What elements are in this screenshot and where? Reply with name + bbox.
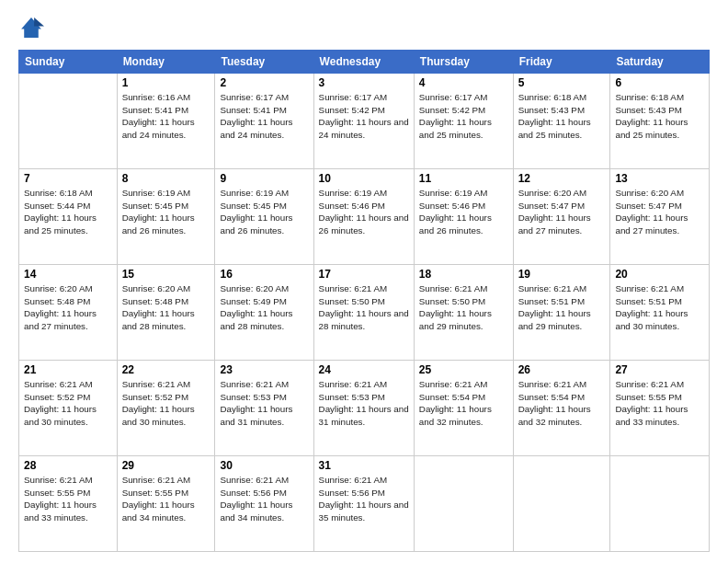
calendar-cell: 15Sunrise: 6:20 AMSunset: 5:48 PMDayligh… <box>117 265 215 361</box>
day-number: 16 <box>220 268 308 281</box>
day-number: 24 <box>319 363 409 376</box>
calendar-cell: 9Sunrise: 6:19 AMSunset: 5:45 PMDaylight… <box>215 169 313 265</box>
day-info: Sunrise: 6:21 AMSunset: 5:54 PMDaylight:… <box>419 378 508 429</box>
day-number: 23 <box>220 363 308 376</box>
day-info: Sunrise: 6:21 AMSunset: 5:56 PMDaylight:… <box>220 474 308 524</box>
calendar-cell: 23Sunrise: 6:21 AMSunset: 5:53 PMDayligh… <box>215 361 313 456</box>
day-number: 6 <box>615 76 704 89</box>
calendar-cell: 30Sunrise: 6:21 AMSunset: 5:56 PMDayligh… <box>215 456 313 552</box>
day-number: 5 <box>518 76 606 89</box>
day-number: 12 <box>518 172 606 185</box>
calendar-cell: 7Sunrise: 6:18 AMSunset: 5:44 PMDaylight… <box>19 169 118 265</box>
day-header-friday: Friday <box>513 51 610 74</box>
day-number: 14 <box>24 268 112 281</box>
header <box>18 15 710 40</box>
calendar-cell: 11Sunrise: 6:19 AMSunset: 5:46 PMDayligh… <box>414 169 513 265</box>
svg-marker-1 <box>34 17 44 26</box>
day-number: 8 <box>122 172 210 185</box>
calendar-week-2: 7Sunrise: 6:18 AMSunset: 5:44 PMDaylight… <box>19 169 710 265</box>
logo <box>18 15 48 40</box>
day-info: Sunrise: 6:19 AMSunset: 5:46 PMDaylight:… <box>319 187 409 237</box>
calendar-cell: 12Sunrise: 6:20 AMSunset: 5:47 PMDayligh… <box>513 169 610 265</box>
calendar-cell: 14Sunrise: 6:20 AMSunset: 5:48 PMDayligh… <box>19 265 118 361</box>
day-info: Sunrise: 6:21 AMSunset: 5:51 PMDaylight:… <box>615 282 704 333</box>
day-number: 2 <box>220 76 308 89</box>
day-info: Sunrise: 6:20 AMSunset: 5:47 PMDaylight:… <box>615 187 704 237</box>
day-header-sunday: Sunday <box>19 51 118 74</box>
day-info: Sunrise: 6:21 AMSunset: 5:53 PMDaylight:… <box>319 378 409 429</box>
day-number: 17 <box>319 268 409 281</box>
day-number: 30 <box>220 459 308 472</box>
day-info: Sunrise: 6:17 AMSunset: 5:42 PMDaylight:… <box>319 91 409 142</box>
day-info: Sunrise: 6:21 AMSunset: 5:55 PMDaylight:… <box>24 474 112 524</box>
day-info: Sunrise: 6:20 AMSunset: 5:48 PMDaylight:… <box>122 282 210 333</box>
day-number: 10 <box>319 172 409 185</box>
day-info: Sunrise: 6:20 AMSunset: 5:47 PMDaylight:… <box>518 187 606 237</box>
day-header-saturday: Saturday <box>610 51 710 74</box>
calendar-cell: 10Sunrise: 6:19 AMSunset: 5:46 PMDayligh… <box>313 169 414 265</box>
day-number: 22 <box>122 363 210 376</box>
day-info: Sunrise: 6:19 AMSunset: 5:45 PMDaylight:… <box>122 187 210 237</box>
day-number: 31 <box>319 459 409 472</box>
calendar-cell <box>414 456 513 552</box>
day-header-wednesday: Wednesday <box>313 51 414 74</box>
calendar-week-4: 21Sunrise: 6:21 AMSunset: 5:52 PMDayligh… <box>19 361 710 456</box>
calendar-cell: 20Sunrise: 6:21 AMSunset: 5:51 PMDayligh… <box>610 265 710 361</box>
calendar-week-5: 28Sunrise: 6:21 AMSunset: 5:55 PMDayligh… <box>19 456 710 552</box>
calendar-header-row: SundayMondayTuesdayWednesdayThursdayFrid… <box>19 51 710 74</box>
day-info: Sunrise: 6:21 AMSunset: 5:51 PMDaylight:… <box>518 282 606 333</box>
calendar-cell: 31Sunrise: 6:21 AMSunset: 5:56 PMDayligh… <box>313 456 414 552</box>
day-info: Sunrise: 6:18 AMSunset: 5:43 PMDaylight:… <box>518 91 606 142</box>
calendar-cell: 28Sunrise: 6:21 AMSunset: 5:55 PMDayligh… <box>19 456 118 552</box>
day-number: 1 <box>122 76 210 89</box>
page: SundayMondayTuesdayWednesdayThursdayFrid… <box>0 0 728 563</box>
calendar-cell <box>610 456 710 552</box>
day-number: 21 <box>24 363 112 376</box>
calendar-cell: 26Sunrise: 6:21 AMSunset: 5:54 PMDayligh… <box>513 361 610 456</box>
calendar-week-1: 1Sunrise: 6:16 AMSunset: 5:41 PMDaylight… <box>19 74 710 169</box>
day-info: Sunrise: 6:21 AMSunset: 5:52 PMDaylight:… <box>24 378 112 429</box>
day-number: 26 <box>518 363 606 376</box>
day-info: Sunrise: 6:18 AMSunset: 5:43 PMDaylight:… <box>615 91 704 142</box>
day-info: Sunrise: 6:19 AMSunset: 5:46 PMDaylight:… <box>419 187 508 237</box>
calendar-table: SundayMondayTuesdayWednesdayThursdayFrid… <box>18 50 710 552</box>
day-number: 27 <box>615 363 704 376</box>
day-number: 15 <box>122 268 210 281</box>
calendar-cell: 29Sunrise: 6:21 AMSunset: 5:55 PMDayligh… <box>117 456 215 552</box>
day-info: Sunrise: 6:21 AMSunset: 5:50 PMDaylight:… <box>319 282 409 333</box>
calendar-cell: 13Sunrise: 6:20 AMSunset: 5:47 PMDayligh… <box>610 169 710 265</box>
calendar-cell: 21Sunrise: 6:21 AMSunset: 5:52 PMDayligh… <box>19 361 118 456</box>
day-info: Sunrise: 6:16 AMSunset: 5:41 PMDaylight:… <box>122 91 210 142</box>
day-info: Sunrise: 6:18 AMSunset: 5:44 PMDaylight:… <box>24 187 112 237</box>
calendar-cell: 1Sunrise: 6:16 AMSunset: 5:41 PMDaylight… <box>117 74 215 169</box>
day-info: Sunrise: 6:17 AMSunset: 5:41 PMDaylight:… <box>220 91 308 142</box>
calendar-week-3: 14Sunrise: 6:20 AMSunset: 5:48 PMDayligh… <box>19 265 710 361</box>
calendar-cell: 8Sunrise: 6:19 AMSunset: 5:45 PMDaylight… <box>117 169 215 265</box>
day-info: Sunrise: 6:21 AMSunset: 5:54 PMDaylight:… <box>518 378 606 429</box>
calendar-cell: 27Sunrise: 6:21 AMSunset: 5:55 PMDayligh… <box>610 361 710 456</box>
day-number: 11 <box>419 172 508 185</box>
day-number: 25 <box>419 363 508 376</box>
day-info: Sunrise: 6:21 AMSunset: 5:56 PMDaylight:… <box>319 474 409 524</box>
day-number: 29 <box>122 459 210 472</box>
day-number: 19 <box>518 268 606 281</box>
calendar-cell: 3Sunrise: 6:17 AMSunset: 5:42 PMDaylight… <box>313 74 414 169</box>
calendar-cell <box>513 456 610 552</box>
calendar-cell: 19Sunrise: 6:21 AMSunset: 5:51 PMDayligh… <box>513 265 610 361</box>
calendar-cell: 4Sunrise: 6:17 AMSunset: 5:42 PMDaylight… <box>414 74 513 169</box>
day-number: 20 <box>615 268 704 281</box>
day-header-tuesday: Tuesday <box>215 51 313 74</box>
day-info: Sunrise: 6:21 AMSunset: 5:55 PMDaylight:… <box>615 378 704 429</box>
day-info: Sunrise: 6:21 AMSunset: 5:55 PMDaylight:… <box>122 474 210 524</box>
calendar-cell: 22Sunrise: 6:21 AMSunset: 5:52 PMDayligh… <box>117 361 215 456</box>
calendar-cell: 6Sunrise: 6:18 AMSunset: 5:43 PMDaylight… <box>610 74 710 169</box>
svg-marker-0 <box>21 17 41 38</box>
day-info: Sunrise: 6:17 AMSunset: 5:42 PMDaylight:… <box>419 91 508 142</box>
calendar-cell: 24Sunrise: 6:21 AMSunset: 5:53 PMDayligh… <box>313 361 414 456</box>
calendar-cell: 25Sunrise: 6:21 AMSunset: 5:54 PMDayligh… <box>414 361 513 456</box>
day-info: Sunrise: 6:21 AMSunset: 5:52 PMDaylight:… <box>122 378 210 429</box>
calendar-cell: 17Sunrise: 6:21 AMSunset: 5:50 PMDayligh… <box>313 265 414 361</box>
day-info: Sunrise: 6:20 AMSunset: 5:49 PMDaylight:… <box>220 282 308 333</box>
day-number: 7 <box>24 172 112 185</box>
day-info: Sunrise: 6:21 AMSunset: 5:50 PMDaylight:… <box>419 282 508 333</box>
